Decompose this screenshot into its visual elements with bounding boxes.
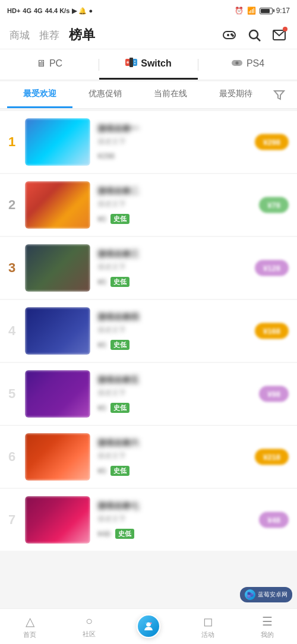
status-signal2: 4G [34, 7, 43, 14]
watermark: 🫐 蓝莓安卓网 [240, 587, 292, 602]
game-price-row: ¥0 史低 [97, 466, 289, 476]
tab-pc[interactable]: 🖥 PC [0, 50, 99, 79]
activity-icon: ◻ [203, 614, 213, 629]
svg-point-20 [150, 622, 152, 624]
game-title: 游戏名称四 [97, 312, 289, 323]
game-thumbnail [25, 244, 90, 292]
filter-icon[interactable] [268, 84, 290, 106]
tab-online[interactable]: 当前在线 [138, 81, 203, 108]
rank-number: 7 [8, 512, 25, 528]
game-price-row: ¥0 史低 [97, 277, 289, 287]
price-button[interactable]: ¥78 [259, 197, 289, 213]
header-icons [221, 27, 287, 43]
svg-point-16 [236, 62, 238, 64]
header-nav: 商城 推荐 榜单 [10, 26, 95, 44]
tab-anticipated[interactable]: 最受期待 [203, 81, 268, 108]
nav-recommend[interactable]: 推荐 [39, 29, 59, 42]
category-tabs: 最受欢迎 优惠促销 当前在线 最受期待 [0, 81, 297, 109]
svg-point-4 [232, 35, 233, 36]
game-price: ¥0 [97, 214, 106, 223]
nav-home[interactable]: △ 首页 [0, 614, 59, 639]
list-item[interactable]: 1 游戏名称一 描述文字 ¥298 ¥298 [0, 111, 297, 173]
list-item[interactable]: 3 游戏名称三 描述文字 ¥0 史低 ¥128 [0, 237, 297, 299]
mail-badge [283, 27, 287, 31]
bottom-nav: △ 首页 ○ 社区 ◻ 活动 ☰ 我的 [0, 608, 297, 644]
svg-point-11 [127, 61, 129, 64]
status-network: HD+ [7, 7, 20, 14]
nav-community-label: 社区 [83, 630, 96, 639]
price-button[interactable]: ¥128 [255, 260, 289, 276]
nav-mall[interactable]: 商城 [10, 29, 30, 42]
gamepad-icon[interactable] [221, 27, 238, 43]
shidi-badge: 史低 [110, 403, 129, 413]
tab-ps4-label: PS4 [247, 58, 264, 69]
search-icon[interactable] [246, 27, 263, 43]
shidi-badge: 史低 [110, 466, 129, 476]
list-item[interactable]: 7 游戏名称七 描述文字 ¥48 史低 ¥48 [0, 489, 297, 551]
switch-icon [125, 58, 137, 70]
price-button[interactable]: ¥298 [255, 134, 289, 150]
svg-point-13 [134, 63, 135, 64]
price-button[interactable]: ¥98 [259, 386, 289, 402]
nav-activity[interactable]: ◻ 活动 [178, 614, 238, 639]
nav-ranking[interactable]: 榜单 [69, 26, 95, 44]
game-price-row: ¥298 [97, 151, 289, 160]
game-thumbnail [25, 433, 90, 481]
game-title: 游戏名称三 [97, 249, 289, 260]
shidi-badge: 史低 [115, 529, 134, 539]
rank-number: 2 [8, 197, 25, 213]
svg-rect-10 [129, 58, 133, 67]
list-item[interactable]: 4 游戏名称四 描述文字 ¥0 史低 ¥168 [0, 300, 297, 362]
nav-activity-label: 活动 [201, 630, 214, 639]
battery-indicator [260, 8, 273, 14]
svg-rect-9 [132, 59, 137, 66]
shidi-badge: 史低 [110, 214, 129, 224]
app-header: 商城 推荐 榜单 [0, 21, 297, 49]
status-bar: HD+ 4G 4G 44.4 K/s ▶ 🔔 ● ⏰ 📶 9:17 [0, 0, 297, 21]
nav-home-label: 首页 [23, 630, 36, 639]
status-speed: 44.4 K/s [45, 7, 70, 14]
price-button[interactable]: ¥48 [259, 512, 289, 528]
price-button[interactable]: ¥168 [255, 323, 289, 339]
mail-icon[interactable] [271, 27, 287, 43]
rank-number: 6 [8, 449, 25, 465]
community-icon: ○ [86, 614, 93, 628]
game-price: ¥0 [97, 340, 106, 349]
status-icons: ▶ 🔔 ● [72, 7, 93, 15]
status-right: ⏰ 📶 9:17 [235, 7, 290, 15]
mine-icon: ☰ [262, 614, 273, 629]
nav-center[interactable] [119, 621, 178, 632]
rank-number: 5 [8, 386, 25, 402]
svg-point-5 [249, 30, 258, 39]
game-price-row: ¥0 史低 [97, 340, 289, 350]
rank-number: 4 [8, 323, 25, 339]
tab-ps4[interactable]: PS4 [198, 49, 297, 80]
game-title: 游戏名称五 [97, 375, 289, 386]
tab-switch-label: Switch [141, 58, 172, 69]
nav-mine[interactable]: ☰ 我的 [238, 614, 297, 639]
platform-tabs: 🖥 PC Switch PS4 [0, 49, 297, 80]
nav-community[interactable]: ○ 社区 [59, 614, 119, 639]
list-item[interactable]: 5 游戏名称五 描述文字 ¥0 史低 ¥98 [0, 363, 297, 425]
svg-point-12 [134, 61, 135, 62]
game-price-row: ¥0 史低 [97, 214, 289, 224]
rank-number: 3 [8, 260, 25, 276]
svg-marker-17 [274, 91, 284, 99]
tab-discount[interactable]: 优惠促销 [72, 81, 138, 108]
tab-popular[interactable]: 最受欢迎 [7, 81, 72, 108]
shidi-badge: 史低 [110, 340, 129, 350]
game-price-row: ¥0 史低 [97, 403, 289, 413]
game-title: 游戏名称二 [97, 186, 289, 197]
game-price: ¥298 [97, 151, 115, 160]
tab-switch[interactable]: Switch [99, 49, 198, 80]
svg-point-19 [146, 622, 147, 624]
game-price: ¥0 [97, 277, 106, 286]
list-item[interactable]: 6 游戏名称六 描述文字 ¥0 史低 ¥218 [0, 426, 297, 488]
price-button[interactable]: ¥218 [255, 449, 289, 465]
list-item[interactable]: 2 游戏名称二 描述文字 ¥0 史低 ¥78 [0, 174, 297, 236]
shidi-badge: 史低 [110, 277, 129, 287]
status-alarm: ⏰ [235, 7, 244, 15]
nav-mine-label: 我的 [261, 630, 274, 639]
game-title: 游戏名称七 [97, 501, 289, 512]
game-list: 1 游戏名称一 描述文字 ¥298 ¥298 2 游戏名称二 描述文字 ¥0 史… [0, 109, 297, 596]
